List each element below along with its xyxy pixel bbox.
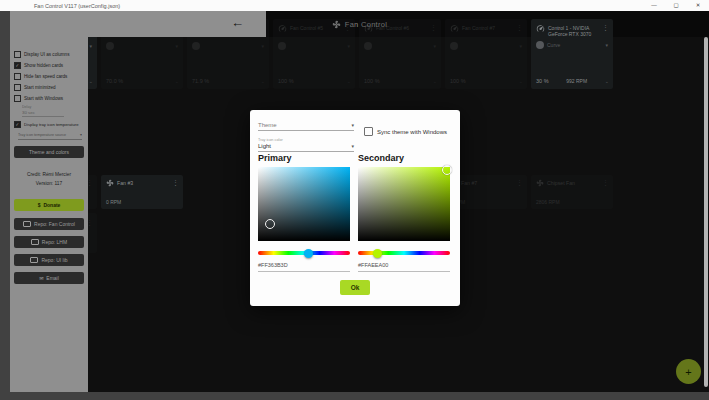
email-button[interactable]: ✉ Email [14, 272, 84, 284]
checkbox-checked[interactable]: ✓ [14, 62, 21, 69]
tray-icon-color-select[interactable]: Light ▾ [258, 143, 354, 152]
option-label: Start minimized [24, 85, 56, 90]
toggle-circle[interactable] [278, 42, 286, 50]
kebab-menu-icon[interactable]: ⋮ [344, 24, 351, 32]
toggle-circle[interactable] [450, 42, 458, 50]
option-start-with-windows[interactable]: Start with Windows [10, 93, 88, 104]
settings-panel-header: ← [10, 11, 266, 37]
rpm-value: 992 RPM [566, 78, 587, 84]
secondary-color-cursor[interactable] [442, 165, 452, 175]
dollar-icon: $ [38, 202, 41, 208]
fan-card-hidden[interactable]: Chipset Fan ⋮ 2806 RPM [531, 175, 613, 209]
option-hide-fan-speed-cards[interactable]: Hide fan speed cards [10, 71, 88, 82]
sync-theme-checkbox[interactable]: Sync theme with Windows [364, 127, 447, 136]
theme-and-colors-button[interactable]: Theme and colors [14, 146, 84, 158]
gauge-icon [536, 24, 545, 33]
kebab-menu-icon[interactable]: ⋮ [430, 24, 437, 32]
control-card-hidden[interactable]: Fan Control #6 ⋮ ▾ 100 % ⌄ [359, 19, 441, 89]
expand-icon[interactable]: ⌄ [261, 78, 265, 84]
mode-select[interactable]: Curve [547, 42, 602, 48]
settings-sidebar: Display UI as columns ✓ Show hidden card… [10, 37, 88, 392]
theme-colors-dialog: Theme ▾ Tray icon color Light ▾ Sync the… [250, 110, 460, 306]
option-label: Show hidden cards [24, 63, 63, 68]
expand-icon[interactable]: ⌄ [175, 78, 179, 84]
expand-icon[interactable]: ⌄ [89, 78, 93, 84]
delay-select[interactable]: Delay 30 sec [22, 105, 80, 117]
gauge-icon [364, 24, 373, 33]
checkbox-checked[interactable]: ✓ [14, 121, 21, 128]
primary-color-cursor[interactable] [265, 219, 275, 229]
option-label: Start with Windows [24, 96, 63, 101]
primary-hue-thumb[interactable] [304, 249, 313, 258]
toggle-circle[interactable] [364, 42, 372, 50]
tray-temperature-source-select[interactable]: Tray icon temperature source ▾ [18, 132, 82, 140]
primary-hex-input[interactable]: #FF363B3D [258, 262, 350, 272]
chevron-down-icon: ▾ [347, 43, 350, 49]
delay-value[interactable]: 30 sec [22, 109, 64, 117]
control-card-hidden[interactable]: Fan Control #7 ⋮ ▾ 100 % ⌄ [445, 19, 527, 89]
percent-value: 70.0 % [106, 78, 123, 84]
checkbox[interactable] [14, 73, 21, 80]
chevron-down-icon: ▾ [351, 143, 354, 149]
expand-icon[interactable]: ⌄ [347, 78, 351, 84]
secondary-hue-thumb[interactable] [373, 249, 382, 258]
sync-label: Sync theme with Windows [377, 129, 447, 135]
expand-icon[interactable]: ⌄ [519, 78, 523, 84]
back-arrow-icon[interactable]: ← [231, 15, 244, 31]
checkbox[interactable] [364, 127, 373, 136]
percent-value: 71.9 % [192, 78, 209, 84]
theme-select[interactable]: Theme ▾ [258, 122, 354, 131]
kebab-menu-icon[interactable]: ⋮ [516, 24, 523, 32]
button-label: Email [46, 275, 59, 281]
monitor-icon [23, 221, 31, 227]
repo-lhm-button[interactable]: Repo: LHM [14, 236, 84, 248]
vertical-scrollbar[interactable] [704, 37, 708, 387]
kebab-menu-icon[interactable]: ⋮ [602, 179, 609, 187]
chevron-down-icon: ▾ [605, 42, 608, 48]
toggle-circle[interactable] [536, 41, 544, 49]
gpu-control-card[interactable]: Control 1 - NVIDIA GeForce RTX 3070 ⋮ Cu… [531, 19, 613, 89]
option-start-minimized[interactable]: Start minimized [10, 82, 88, 93]
minimize-button[interactable]: — [643, 0, 665, 11]
secondary-hex-input[interactable]: #FFAEEA00 [358, 262, 450, 272]
primary-heading: Primary [258, 153, 292, 163]
percent-value: 100 % [450, 78, 466, 84]
checkbox[interactable] [14, 95, 21, 102]
repo-fan-control-button[interactable]: Repo: Fan Control [14, 218, 84, 230]
card-title: Fan #3 [117, 180, 169, 186]
option-display-ui-columns[interactable]: Display UI as columns [10, 49, 88, 60]
toggle-circle[interactable] [106, 42, 114, 50]
chevron-down-icon: ▾ [351, 122, 354, 128]
expand-icon[interactable]: ⌄ [433, 78, 437, 84]
kebab-menu-icon[interactable]: ⋮ [602, 24, 609, 32]
primary-sv-square[interactable] [258, 167, 350, 241]
secondary-sv-square[interactable] [358, 167, 450, 241]
monitor-icon [30, 257, 38, 263]
chevron-down-icon: ▾ [261, 43, 264, 49]
checkbox[interactable] [14, 51, 21, 58]
maximize-button[interactable]: ▢ [665, 0, 687, 11]
control-card-hidden[interactable]: Fan Control #5 ⋮ ▾ 100 % ⌄ [273, 19, 355, 89]
expand-icon[interactable]: ⌄ [605, 78, 609, 84]
option-show-hidden-cards[interactable]: ✓ Show hidden cards [10, 60, 88, 71]
card-title: Fan Control #5 [290, 24, 341, 31]
kebab-menu-icon[interactable]: ⋮ [516, 179, 523, 187]
option-label: Display UI as columns [24, 52, 69, 57]
donate-button[interactable]: $ Donate [14, 199, 84, 211]
close-button[interactable]: ✕ [687, 0, 709, 11]
add-fab-button[interactable]: + [676, 359, 701, 384]
checkbox[interactable] [14, 84, 21, 91]
app-window: Fan Control Fan Control #2 ⋮ Curve ▾ 52.… [0, 11, 709, 400]
kebab-menu-icon[interactable]: ⋮ [172, 179, 179, 187]
button-label: Repo: LHM [42, 239, 67, 245]
ok-button[interactable]: Ok [340, 280, 370, 295]
toggle-circle[interactable] [192, 42, 200, 50]
monitor-icon [31, 239, 39, 245]
repo-ui-lib-button[interactable]: Repo: UI lib [14, 254, 84, 266]
primary-hue-slider[interactable] [258, 251, 350, 255]
chevron-down-icon: ▾ [175, 43, 178, 49]
fan-card[interactable]: Fan #3 ⋮ 0 RPM [101, 175, 183, 209]
option-tray-icon-temperature[interactable]: ✓ Display tray icon temperature [10, 119, 88, 130]
secondary-hue-slider[interactable] [358, 251, 450, 255]
chevron-down-icon: ▾ [80, 132, 82, 137]
